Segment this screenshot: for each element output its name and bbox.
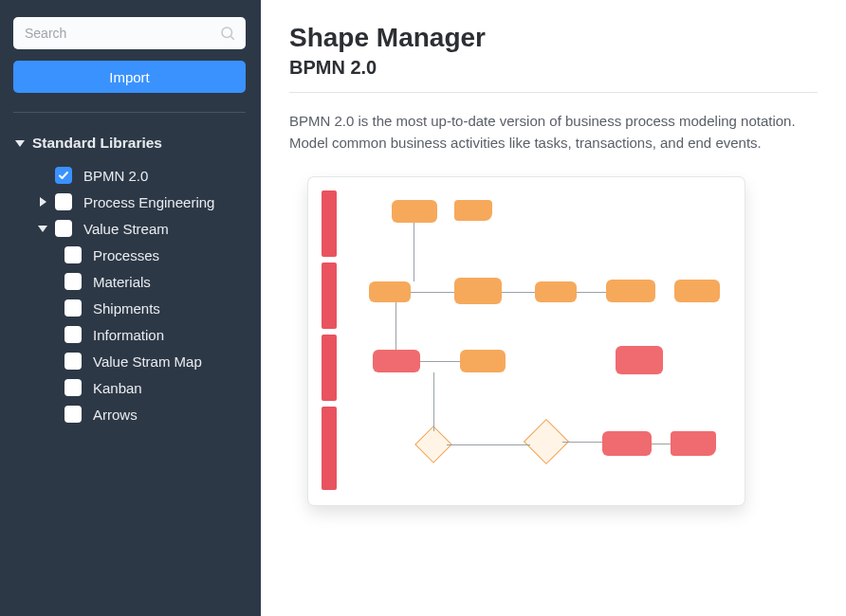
library-subitem-arrows[interactable]: Arrows — [13, 401, 246, 427]
svg-marker-4 — [38, 226, 47, 232]
library-label: Information — [93, 327, 164, 343]
sidebar: Import Standard Libraries BPMN 2.0 Proce… — [0, 0, 261, 616]
chevron-down-icon — [36, 222, 49, 235]
library-item-bpmn[interactable]: BPMN 2.0 — [13, 162, 246, 189]
library-label: Arrows — [93, 407, 138, 423]
search-input[interactable] — [13, 17, 246, 49]
checkbox-process-engineering[interactable] — [55, 193, 72, 210]
chevron-down-icon — [13, 136, 27, 150]
checkbox[interactable] — [64, 273, 82, 290]
checkbox[interactable] — [64, 353, 82, 370]
page-title: Shape Manager — [289, 23, 818, 53]
checkbox[interactable] — [64, 246, 82, 263]
checkbox[interactable] — [64, 379, 82, 396]
library-label: Shipments — [93, 300, 160, 317]
main-divider — [289, 92, 818, 93]
library-subitem-kanban[interactable]: Kanban — [13, 374, 246, 401]
checkbox-value-stream[interactable] — [55, 220, 72, 237]
library-subitem-value-stream-map[interactable]: Value Stram Map — [13, 348, 246, 374]
bpmn-diagram-preview — [322, 190, 731, 492]
library-item-value-stream[interactable]: Value Stream — [13, 215, 246, 242]
library-label: Kanban — [93, 380, 142, 396]
library-preview — [308, 177, 745, 505]
library-label: Value Stram Map — [93, 353, 202, 370]
library-label: Materials — [93, 274, 151, 290]
library-label: Processes — [93, 247, 159, 263]
library-label: BPMN 2.0 — [83, 168, 148, 184]
library-subitem-processes[interactable]: Processes — [13, 242, 246, 268]
checkbox[interactable] — [64, 406, 82, 423]
checkbox-bpmn[interactable] — [55, 167, 72, 184]
checkbox[interactable] — [64, 326, 82, 343]
library-subitem-materials[interactable]: Materials — [13, 268, 246, 295]
library-label: Process Engineering — [83, 194, 214, 210]
search-wrap — [13, 17, 246, 49]
chevron-right-icon — [36, 195, 49, 208]
library-label: Value Stream — [83, 221, 169, 237]
svg-marker-3 — [40, 197, 46, 207]
page-subtitle: BPMN 2.0 — [289, 57, 818, 79]
libraries-header-label: Standard Libraries — [32, 135, 162, 152]
library-description: BPMN 2.0 is the most up-to-date version … — [289, 110, 818, 154]
import-button[interactable]: Import — [13, 61, 246, 93]
libraries-header[interactable]: Standard Libraries — [13, 130, 246, 156]
svg-marker-2 — [15, 140, 25, 147]
library-subitem-shipments[interactable]: Shipments — [13, 295, 246, 321]
sidebar-divider — [13, 112, 246, 113]
library-subitem-information[interactable]: Information — [13, 321, 246, 348]
checkbox[interactable] — [64, 299, 82, 317]
main-panel: Shape Manager BPMN 2.0 BPMN 2.0 is the m… — [261, 0, 846, 616]
library-item-process-engineering[interactable]: Process Engineering — [13, 189, 246, 215]
